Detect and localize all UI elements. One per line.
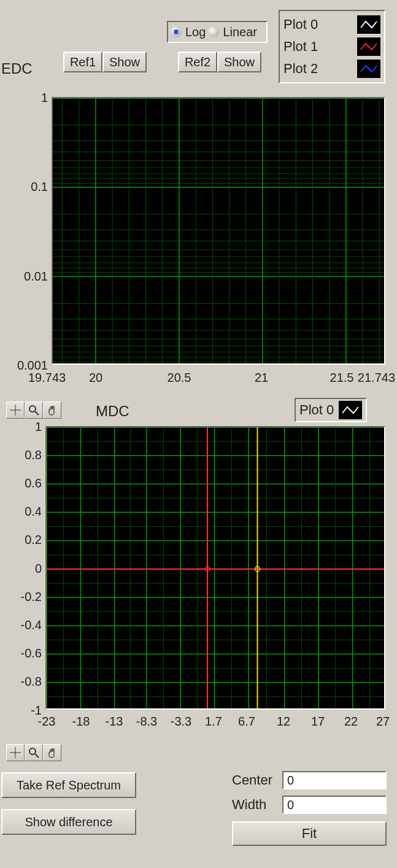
fit-button[interactable]: Fit bbox=[232, 821, 387, 846]
zoom-tool[interactable] bbox=[25, 744, 43, 761]
center-label: Center bbox=[232, 772, 272, 788]
magnifier-icon bbox=[28, 747, 39, 758]
zoom-tool[interactable] bbox=[25, 401, 43, 419]
crosshair-icon bbox=[10, 747, 21, 758]
edc-label: EDC bbox=[1, 60, 33, 77]
width-input[interactable]: 0 bbox=[282, 796, 387, 814]
mdc-plot[interactable] bbox=[45, 426, 385, 710]
ref1-button[interactable]: Ref1 bbox=[63, 52, 102, 72]
edc-plot[interactable] bbox=[52, 97, 385, 365]
y-tick: 0 bbox=[21, 562, 42, 576]
show2-button[interactable]: Show bbox=[217, 52, 261, 72]
radio-log-label: Log bbox=[185, 25, 206, 39]
center-value: 0 bbox=[287, 773, 294, 788]
crosshair-tool[interactable] bbox=[6, 401, 25, 419]
edc-grid-icon bbox=[53, 98, 384, 363]
svg-line-51 bbox=[35, 411, 39, 415]
x-tick: -18 bbox=[67, 715, 94, 729]
x-tick: 22 bbox=[337, 715, 364, 729]
x-tick: 27 bbox=[371, 715, 395, 729]
y-tick: 1 bbox=[21, 420, 42, 434]
series-line-icon bbox=[360, 19, 378, 30]
bottom-toolbar bbox=[6, 744, 61, 761]
crosshair-tool[interactable] bbox=[6, 744, 25, 761]
ref2-button[interactable]: Ref2 bbox=[178, 52, 217, 72]
show1-label: Show bbox=[109, 55, 140, 69]
ref1-label: Ref1 bbox=[70, 55, 96, 69]
show-diff-button[interactable]: Show difference bbox=[1, 809, 136, 835]
series-line-icon bbox=[360, 63, 378, 74]
mdc-legend: Plot 0 bbox=[295, 398, 367, 422]
svg-line-102 bbox=[35, 754, 39, 758]
pan-tool[interactable] bbox=[43, 744, 61, 761]
mdc-grid-icon bbox=[47, 427, 384, 708]
legend-swatch[interactable] bbox=[357, 60, 380, 78]
width-value: 0 bbox=[287, 798, 294, 812]
radio-linear-label: Linear bbox=[223, 25, 257, 39]
y-tick: -0.8 bbox=[10, 675, 42, 689]
mdc-label: MDC bbox=[96, 403, 129, 420]
legend-swatch[interactable] bbox=[357, 15, 380, 34]
radio-linear[interactable] bbox=[208, 26, 219, 37]
fit-label: Fit bbox=[302, 826, 317, 842]
x-tick: 20 bbox=[83, 371, 108, 385]
y-tick: 0.1 bbox=[25, 180, 48, 194]
series-line-icon bbox=[360, 41, 378, 52]
ref2-label: Ref2 bbox=[185, 55, 210, 69]
width-label: Width bbox=[232, 797, 266, 813]
radio-log[interactable] bbox=[171, 26, 182, 37]
y-tick: 0.4 bbox=[15, 505, 42, 519]
legend-label: Plot 0 bbox=[283, 17, 318, 33]
legend-swatch[interactable] bbox=[357, 37, 380, 56]
x-tick: 6.7 bbox=[233, 715, 260, 729]
magnifier-icon bbox=[28, 405, 39, 416]
legend-label: Plot 1 bbox=[283, 39, 318, 55]
y-tick: -0.6 bbox=[10, 646, 42, 661]
y-tick: 1 bbox=[31, 91, 48, 105]
series-line-icon bbox=[341, 405, 360, 416]
x-tick: 12 bbox=[270, 715, 297, 729]
mdc-toolbar bbox=[6, 401, 61, 419]
x-tick: 20.5 bbox=[161, 371, 198, 385]
y-tick: 0.6 bbox=[15, 476, 42, 490]
show1-button[interactable]: Show bbox=[102, 52, 147, 72]
x-tick: 19.743 bbox=[28, 371, 75, 385]
take-ref-button[interactable]: Take Ref Spectrum bbox=[1, 772, 136, 798]
x-tick: 17 bbox=[304, 715, 331, 729]
x-tick: -13 bbox=[101, 715, 128, 729]
x-tick: 1.7 bbox=[200, 715, 227, 729]
edc-legend: Plot 0 Plot 1 Plot 2 bbox=[279, 10, 385, 83]
crosshair-icon bbox=[10, 405, 21, 416]
y-tick: 0.2 bbox=[15, 533, 42, 547]
x-tick: -23 bbox=[33, 715, 60, 729]
hand-icon bbox=[47, 405, 58, 416]
legend-swatch[interactable] bbox=[339, 401, 362, 419]
legend-label: Plot 0 bbox=[299, 402, 334, 418]
y-tick: -0.4 bbox=[10, 618, 42, 632]
svg-point-101 bbox=[29, 748, 36, 754]
pan-tool[interactable] bbox=[43, 401, 61, 419]
center-input[interactable]: 0 bbox=[282, 771, 387, 789]
legend-label: Plot 2 bbox=[283, 61, 318, 77]
show-diff-label: Show difference bbox=[25, 815, 112, 829]
y-tick: 0.8 bbox=[15, 448, 42, 462]
x-tick: -8.3 bbox=[131, 715, 162, 729]
x-tick: 21 bbox=[249, 371, 274, 385]
x-tick: -3.3 bbox=[166, 715, 196, 729]
take-ref-label: Take Ref Spectrum bbox=[17, 778, 121, 792]
show2-label: Show bbox=[224, 55, 255, 69]
x-tick: 21.743 bbox=[352, 371, 395, 385]
y-tick: 0.01 bbox=[18, 269, 48, 284]
y-tick: -0.2 bbox=[10, 590, 42, 604]
svg-point-50 bbox=[29, 406, 36, 412]
scale-radio-group: Log Linear bbox=[167, 21, 268, 43]
hand-icon bbox=[47, 747, 58, 758]
